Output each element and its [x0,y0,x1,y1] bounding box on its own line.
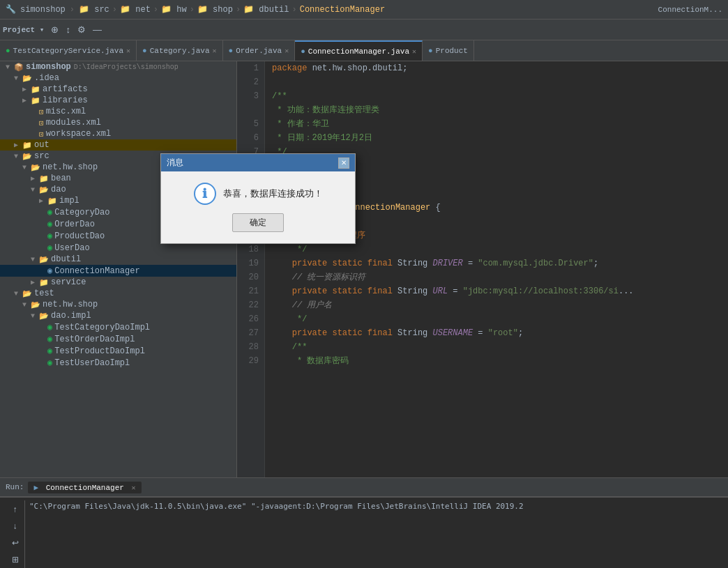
info-icon: ℹ [194,183,216,205]
dialog-message: 消息 ✕ ℹ 恭喜，数据库连接成功！ 确定 [160,153,356,244]
dialog-titlebar: 消息 ✕ [161,154,355,171]
dialog-body: ℹ 恭喜，数据库连接成功！ 确定 [161,171,355,243]
dialog-close-button[interactable]: ✕ [338,158,349,169]
dialog-title: 消息 [167,157,183,169]
dialog-ok-button[interactable]: 确定 [232,213,284,232]
dialog-message-text: 恭喜，数据库连接成功！ [223,187,323,200]
dialog-content-row: ℹ 恭喜，数据库连接成功！ [194,183,323,205]
modal-overlay: 消息 ✕ ℹ 恭喜，数据库连接成功！ 确定 [0,0,728,568]
